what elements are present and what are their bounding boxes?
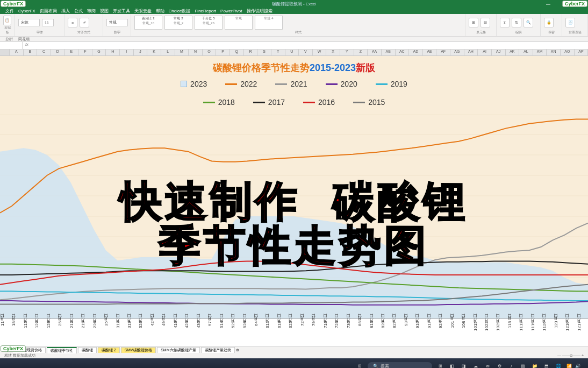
- insert-button[interactable]: ⊞: [469, 18, 478, 27]
- legend-item[interactable]: 2017: [253, 98, 285, 107]
- legend-item[interactable]: 2015: [353, 98, 385, 107]
- taskbar-app-icon[interactable]: ◨: [459, 361, 469, 368]
- column-header[interactable]: Z: [354, 49, 368, 56]
- taskbar-app-icon[interactable]: 🌐: [554, 361, 563, 368]
- invoice-button[interactable]: 🧾: [565, 18, 575, 27]
- column-header[interactable]: H: [106, 49, 120, 56]
- autosum-button[interactable]: Σ: [500, 18, 510, 27]
- column-header[interactable]: AD: [409, 49, 423, 56]
- column-header[interactable]: X: [326, 49, 340, 56]
- taskbar-app-icon[interactable]: ♪: [506, 361, 516, 368]
- column-header[interactable]: AN: [547, 49, 561, 56]
- style-cell[interactable]: 百分比 2常规_10: [134, 16, 162, 30]
- legend-item[interactable]: 2020: [326, 80, 357, 88]
- minimize-button[interactable]: —: [541, 2, 556, 6]
- column-header[interactable]: N: [189, 49, 203, 56]
- column-header[interactable]: P: [216, 49, 230, 56]
- legend-item[interactable]: 2019: [376, 80, 407, 88]
- column-header[interactable]: AK: [506, 49, 520, 56]
- column-header[interactable]: K: [147, 49, 161, 56]
- column-header[interactable]: S: [257, 49, 271, 56]
- column-header[interactable]: W: [313, 49, 327, 56]
- legend-item[interactable]: 2021: [275, 80, 307, 88]
- style-cell[interactable]: 千分位 5常规_26: [195, 16, 223, 30]
- legend-item[interactable]: 2023: [181, 80, 207, 88]
- column-header[interactable]: E: [65, 49, 79, 56]
- column-header[interactable]: J: [134, 49, 148, 56]
- column-header[interactable]: AO: [561, 49, 575, 56]
- column-header[interactable]: AH: [464, 49, 478, 56]
- legend-item[interactable]: 2016: [303, 98, 335, 107]
- legend-item[interactable]: 2022: [225, 80, 257, 88]
- taskbar-app-icon[interactable]: 📁: [530, 361, 540, 368]
- column-header[interactable]: Q: [230, 49, 244, 56]
- column-header[interactable]: L: [161, 49, 175, 56]
- select-all-corner[interactable]: [0, 49, 10, 56]
- menu-item[interactable]: FineReport: [195, 9, 216, 13]
- menu-item[interactable]: 审阅: [87, 8, 96, 14]
- paste-button[interactable]: 📋: [3, 16, 11, 25]
- taskbar-app-icon[interactable]: ✉: [483, 361, 492, 368]
- column-header[interactable]: D: [51, 49, 65, 56]
- menu-item[interactable]: 页面布局: [40, 8, 57, 14]
- subtab[interactable]: 分析: [5, 37, 13, 42]
- menu-item[interactable]: 帮助: [156, 8, 164, 14]
- column-header[interactable]: AB: [382, 49, 396, 56]
- column-header[interactable]: M: [175, 49, 189, 56]
- menu-item[interactable]: CyberFX: [18, 9, 35, 13]
- column-header[interactable]: AG: [450, 49, 464, 56]
- column-header[interactable]: V: [299, 49, 313, 56]
- secrecy-button[interactable]: 🔒: [544, 18, 554, 27]
- align-button[interactable]: ≡: [68, 18, 77, 27]
- column-header[interactable]: R: [244, 49, 258, 56]
- tray-wifi-icon[interactable]: 📶: [567, 364, 572, 369]
- delete-button[interactable]: ⊟: [481, 18, 490, 27]
- column-header[interactable]: I: [120, 49, 134, 56]
- column-header[interactable]: T: [271, 49, 285, 56]
- menu-item[interactable]: 公式: [74, 8, 83, 14]
- style-cell[interactable]: 常规: [225, 16, 253, 30]
- menu-item[interactable]: PowerPivot: [220, 9, 242, 13]
- fx-icon[interactable]: fx: [23, 42, 31, 49]
- sheet-tab[interactable]: 碳酸锂产量趋势: [201, 347, 235, 353]
- zoom-controls[interactable]: — ——⊙—— +: [557, 353, 584, 358]
- taskbar-app-icon[interactable]: ⚙: [494, 361, 504, 368]
- menu-item[interactable]: 开发工具: [113, 8, 130, 14]
- sheet-tab[interactable]: SMM六氟磷酸锂产量: [157, 347, 199, 353]
- menu-item[interactable]: 插入: [61, 8, 70, 14]
- taskbar-app-icon[interactable]: ⬒: [542, 361, 551, 368]
- column-header[interactable]: B: [24, 49, 38, 56]
- column-header[interactable]: AM: [533, 49, 547, 56]
- menu-item[interactable]: Choice数据: [169, 8, 191, 14]
- formula-input[interactable]: [31, 42, 588, 49]
- numfmt-dropdown[interactable]: 常规: [106, 19, 128, 26]
- column-header[interactable]: A: [10, 49, 24, 56]
- column-header[interactable]: AI: [478, 49, 492, 56]
- style-cell[interactable]: 常规 2常规_2: [164, 16, 192, 30]
- menu-item[interactable]: 视图: [100, 8, 109, 14]
- menu-item[interactable]: 文件: [5, 8, 14, 14]
- menu-item[interactable]: 天眼云盘: [134, 8, 152, 14]
- column-header[interactable]: Y: [340, 49, 354, 56]
- tray-sound-icon[interactable]: 🔊: [575, 364, 580, 369]
- subtab[interactable]: 同花顺: [18, 37, 30, 42]
- wrap-button[interactable]: ↲: [80, 18, 89, 27]
- column-header[interactable]: F: [78, 49, 92, 56]
- column-header[interactable]: AF: [436, 49, 450, 56]
- namebox[interactable]: [0, 42, 23, 49]
- sheet-tab[interactable]: 碳酸锂季节性: [47, 347, 77, 353]
- column-header[interactable]: G: [92, 49, 106, 56]
- menu-item[interactable]: 操作说明搜索: [247, 8, 273, 14]
- column-header[interactable]: AJ: [492, 49, 506, 56]
- taskbar-app-icon[interactable]: ⊞: [435, 361, 445, 368]
- column-header[interactable]: AP: [575, 49, 588, 56]
- column-header[interactable]: AC: [396, 49, 410, 56]
- taskbar-app-icon[interactable]: ◧: [447, 361, 457, 368]
- sort-button[interactable]: ⇅: [512, 18, 521, 27]
- taskbar-app-icon[interactable]: ☁: [471, 361, 481, 368]
- add-sheet-button[interactable]: ⊕: [236, 348, 239, 352]
- column-header[interactable]: U: [285, 49, 299, 56]
- sheet-tab[interactable]: SMM碳酸锂价格: [121, 347, 156, 353]
- style-gallery[interactable]: 百分比 2常规_10常规 2常规_2千分位 5常规_26常规常规 4: [134, 15, 462, 30]
- taskbar-search[interactable]: 🔍搜索: [368, 362, 432, 369]
